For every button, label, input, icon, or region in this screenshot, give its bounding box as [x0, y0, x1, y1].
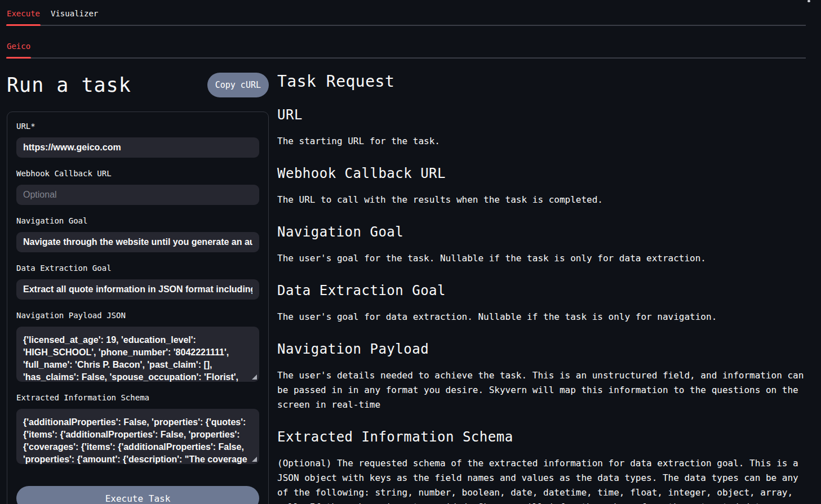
doc-body-navigation-goal: The user's goal for the task. Nullable i… — [277, 251, 806, 266]
data-extraction-goal-input[interactable] — [16, 279, 259, 300]
doc-section-navigation-payload: Navigation Payload The user's details ne… — [277, 341, 806, 412]
doc-heading-extracted-schema: Extracted Information Schema — [277, 429, 806, 445]
url-input[interactable] — [16, 137, 259, 158]
doc-body-webhook: The URL to call with the results when th… — [277, 193, 806, 207]
task-form-card: URL* Webhook Callback URL Navigation Goa… — [7, 111, 269, 504]
doc-body-navigation-payload: The user's details needed to achieve the… — [277, 368, 806, 412]
doc-heading-navigation-goal: Navigation Goal — [277, 224, 806, 240]
doc-section-url: URL The starting URL for the task. — [277, 107, 806, 149]
webhook-label: Webhook Callback URL — [16, 170, 259, 178]
doc-heading-navigation-payload: Navigation Payload — [277, 341, 806, 357]
extracted-schema-textarea[interactable]: {'additionalProperties': False, 'propert… — [16, 409, 259, 464]
doc-body-url: The starting URL for the task. — [277, 134, 806, 149]
doc-section-webhook: Webhook Callback URL The URL to call wit… — [277, 166, 806, 207]
tab-visualizer-label: Visualizer — [51, 9, 98, 18]
extracted-schema-wrap: {'additionalProperties': False, 'propert… — [16, 409, 259, 464]
doc-heading-url: URL — [277, 107, 806, 123]
doc-section-data-extraction-goal: Data Extraction Goal The user's goal for… — [277, 283, 806, 324]
doc-section-extracted-schema: Extracted Information Schema (Optional) … — [277, 429, 806, 504]
task-tabbar: Geico — [0, 38, 821, 59]
field-webhook: Webhook Callback URL — [16, 170, 259, 205]
field-data-extraction-goal: Data Extraction Goal — [16, 264, 259, 300]
navigation-payload-wrap: {'licensed_at_age': 19, 'education_level… — [16, 327, 259, 382]
doc-body-extracted-schema: (Optional) The requested schema of the e… — [277, 456, 806, 504]
doc-section-navigation-goal: Navigation Goal The user's goal for the … — [277, 224, 806, 266]
execute-task-button[interactable]: Execute Task — [16, 486, 259, 504]
tab-execute[interactable]: Execute — [6, 5, 41, 25]
main-content: Run a task Copy cURL URL* Webhook Callba… — [0, 69, 821, 504]
active-tab-underline — [6, 24, 41, 26]
task-form-panel: Run a task Copy cURL URL* Webhook Callba… — [7, 69, 269, 504]
copy-curl-button[interactable]: Copy cURL — [207, 73, 269, 97]
tab-execute-label: Execute — [7, 9, 40, 18]
navigation-goal-label: Navigation Goal — [16, 217, 259, 225]
extracted-schema-label: Extracted Information Schema — [16, 394, 259, 402]
navigation-payload-textarea[interactable]: {'licensed_at_age': 19, 'education_level… — [16, 327, 259, 382]
tab-visualizer[interactable]: Visualizer — [50, 5, 99, 25]
field-navigation-payload: Navigation Payload JSON {'licensed_at_ag… — [16, 311, 259, 382]
tab-geico[interactable]: Geico — [6, 38, 31, 57]
page-title: Run a task — [7, 74, 131, 96]
main-tabbar: Execute Visualizer — [0, 0, 821, 26]
webhook-input[interactable] — [16, 185, 259, 205]
field-navigation-goal: Navigation Goal — [16, 217, 259, 252]
data-extraction-goal-label: Data Extraction Goal — [16, 264, 259, 273]
navigation-payload-label: Navigation Payload JSON — [16, 311, 259, 320]
doc-heading-data-extraction-goal: Data Extraction Goal — [277, 283, 806, 298]
field-url: URL* — [16, 122, 259, 158]
docs-title: Task Request — [277, 73, 806, 90]
active-subtab-underline — [6, 57, 31, 59]
form-header: Run a task Copy cURL — [7, 69, 269, 101]
task-tab-row: Geico — [6, 38, 806, 59]
url-label: URL* — [16, 122, 259, 131]
scrollbar-thumb[interactable] — [807, 0, 810, 2]
main-tab-row: Execute Visualizer — [6, 5, 806, 26]
doc-heading-webhook: Webhook Callback URL — [277, 166, 806, 181]
app-root: Execute Visualizer Geico Run a task Copy… — [0, 0, 821, 504]
field-extracted-schema: Extracted Information Schema {'additiona… — [16, 394, 259, 464]
docs-panel: Task Request URL The starting URL for th… — [277, 69, 806, 504]
navigation-goal-input[interactable] — [16, 232, 259, 252]
doc-body-data-extraction-goal: The user's goal for data extraction. Nul… — [277, 310, 806, 324]
tab-geico-label: Geico — [7, 42, 30, 51]
